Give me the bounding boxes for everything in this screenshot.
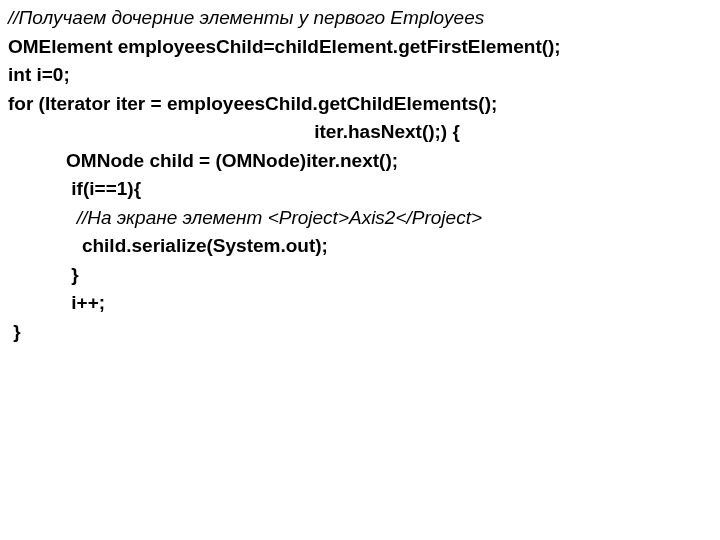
- code-line-10: child.serialize(System.out);: [8, 232, 712, 261]
- code-line-12: i++;: [8, 289, 712, 318]
- inline-comment: //На экране элемент <Project>Axis2</Proj…: [77, 207, 482, 228]
- code-line-2: OMElement employeesChild=childElement.ge…: [8, 33, 712, 62]
- code-block: //Получаем дочерние элементы у первого E…: [0, 0, 720, 346]
- code-line-3: int i=0;: [8, 61, 712, 90]
- code-line-1: //Получаем дочерние элементы у первого E…: [8, 4, 712, 33]
- code-line-4: for (Iterator iter = employeesChild.getC…: [8, 90, 712, 119]
- code-line-5: iter.hasNext();) {: [8, 118, 712, 147]
- code-line-11: }: [8, 261, 712, 290]
- code-line-8: if(i==1){: [8, 175, 712, 204]
- code-line-9: //На экране элемент <Project>Axis2</Proj…: [8, 204, 712, 233]
- code-line-13: }: [8, 318, 712, 347]
- code-line-7: OMNode child = (OMNode)iter.next();: [8, 147, 712, 176]
